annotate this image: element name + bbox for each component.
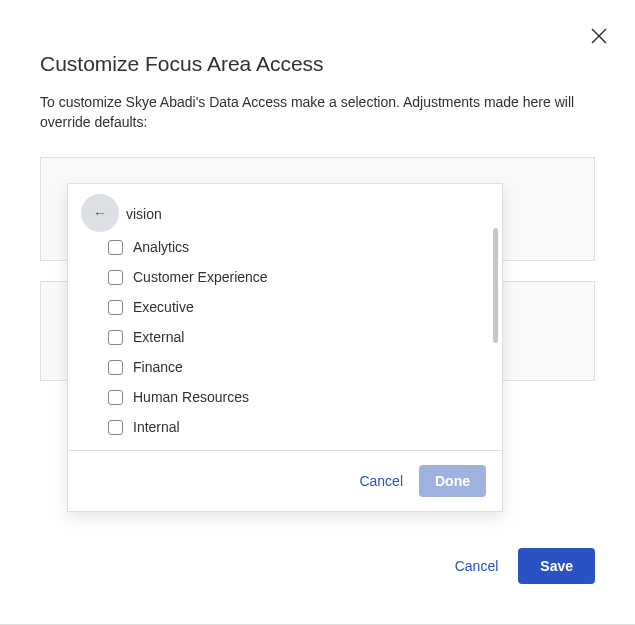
checkbox[interactable]	[108, 360, 123, 375]
option-row[interactable]: Customer Experience	[108, 262, 486, 292]
close-button[interactable]	[591, 28, 607, 44]
popover-cancel-button[interactable]: Cancel	[359, 473, 403, 489]
option-row[interactable]: Analytics	[108, 232, 486, 262]
back-arrow-icon: ←	[93, 205, 107, 221]
popover-done-button[interactable]: Done	[419, 465, 486, 497]
checkbox[interactable]	[108, 390, 123, 405]
option-row[interactable]: Executive	[108, 292, 486, 322]
dialog-title: Customize Focus Area Access	[40, 52, 595, 76]
option-label: Executive	[133, 299, 194, 315]
checkbox[interactable]	[108, 240, 123, 255]
scrollbar[interactable]	[493, 228, 498, 343]
back-button[interactable]: ←	[81, 194, 119, 232]
checkbox[interactable]	[108, 330, 123, 345]
checkbox[interactable]	[108, 420, 123, 435]
option-label: External	[133, 329, 184, 345]
option-row[interactable]: Finance	[108, 352, 486, 382]
popover-section-label: vision	[126, 206, 486, 222]
option-label: Customer Experience	[133, 269, 268, 285]
popover-header: ← vision	[68, 184, 502, 228]
dialog-description: To customize Skye Abadi's Data Access ma…	[40, 92, 595, 133]
option-label: Analytics	[133, 239, 189, 255]
dialog-container: Customize Focus Area Access To customize…	[0, 0, 635, 625]
cancel-button[interactable]: Cancel	[455, 558, 499, 574]
save-button[interactable]: Save	[518, 548, 595, 584]
option-row[interactable]: Human Resources	[108, 382, 486, 412]
option-row[interactable]: Internal	[108, 412, 486, 442]
division-popover: ← vision Analytics Customer Experience E…	[67, 183, 503, 512]
dialog-footer: Cancel Save	[455, 548, 595, 584]
option-label: Finance	[133, 359, 183, 375]
close-icon	[591, 28, 607, 44]
checkbox[interactable]	[108, 300, 123, 315]
option-label: Human Resources	[133, 389, 249, 405]
option-label: Internal	[133, 419, 180, 435]
checkbox[interactable]	[108, 270, 123, 285]
popover-body: Analytics Customer Experience Executive …	[68, 228, 502, 450]
popover-footer: Cancel Done	[68, 450, 502, 511]
option-row[interactable]: External	[108, 322, 486, 352]
